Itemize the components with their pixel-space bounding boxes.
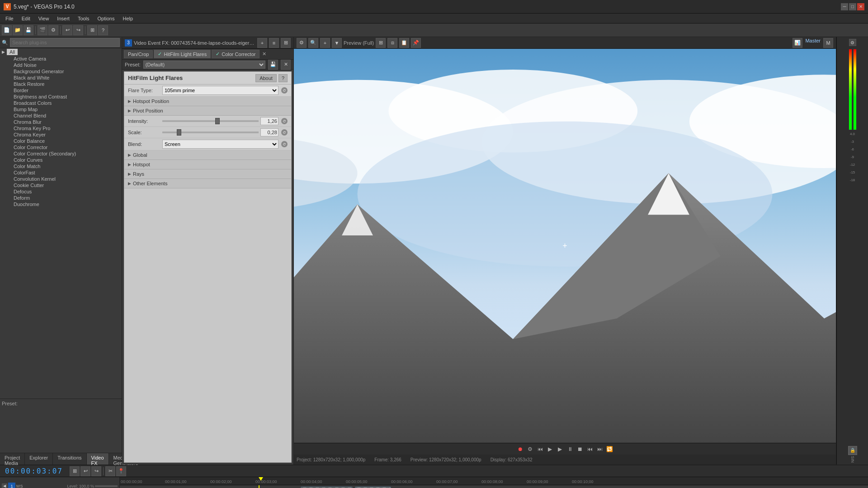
scale-value[interactable]: 0,28: [260, 128, 278, 136]
plugin-channel-blend[interactable]: Channel Blend: [0, 113, 122, 119]
snap-button[interactable]: ⊞: [87, 25, 97, 35]
help-button[interactable]: ?: [98, 25, 108, 35]
preview-stop-button[interactable]: ⏹: [576, 445, 584, 453]
preset-close-button[interactable]: ✕: [281, 60, 291, 70]
fx-tab-hitfilm[interactable]: ✓ HitFilm Light Flares: [154, 50, 211, 58]
timeline-snip-button[interactable]: ✂: [105, 466, 115, 476]
menu-help[interactable]: Help: [119, 15, 137, 22]
plugin-border[interactable]: Border: [0, 87, 122, 94]
open-button[interactable]: 📁: [13, 25, 23, 35]
intensity-value[interactable]: 1,26: [260, 117, 278, 125]
fx-tab-color-corrector[interactable]: ✓ Color Corrector: [212, 50, 259, 58]
menu-tools[interactable]: Tools: [74, 15, 93, 22]
hotspot-header[interactable]: ▶ Hotspot: [124, 160, 291, 169]
plugin-convolution-kernel[interactable]: Convolution Kernel: [0, 176, 122, 182]
preview-settings2-icon[interactable]: ⚙: [526, 445, 534, 453]
menu-file[interactable]: File: [2, 15, 17, 22]
plugin-duochrome[interactable]: Duochrome: [0, 201, 122, 207]
fx-tab-close-icon[interactable]: ✕: [260, 51, 268, 57]
track-1-solo-button[interactable]: S: [20, 484, 23, 488]
global-header[interactable]: ▶ Global: [124, 150, 291, 160]
hitfilm-help-button[interactable]: ?: [278, 74, 288, 82]
preview-pause-button[interactable]: ⏸: [566, 445, 574, 453]
preview-goto-start-button[interactable]: ⏮: [536, 445, 544, 453]
plugin-deform[interactable]: Deform: [0, 195, 122, 201]
intensity-slider[interactable]: [162, 120, 259, 122]
blend-select[interactable]: Screen: [162, 140, 278, 149]
all-label[interactable]: All: [7, 49, 18, 55]
timeline-tracks[interactable]: 00:00:00;00 00:00:01;00 00:00:02;00 00:0…: [120, 477, 868, 488]
menu-options[interactable]: Options: [94, 15, 118, 22]
preview-m-button[interactable]: M: [823, 38, 833, 48]
menu-edit[interactable]: Edit: [18, 15, 34, 22]
fx-grid-button[interactable]: ⊞: [281, 38, 291, 48]
search-input[interactable]: [10, 38, 120, 47]
preview-play-button[interactable]: ▶: [546, 445, 554, 453]
plugin-broadcast-colors[interactable]: Broadcast Colors: [0, 100, 122, 106]
right-settings-button[interactable]: ⚙: [849, 39, 856, 46]
plugin-color-match[interactable]: Color Match: [0, 163, 122, 169]
track-1-expand-icon[interactable]: ◀: [2, 483, 7, 488]
preview-zoom-in-button[interactable]: 🔍: [308, 38, 318, 48]
plugin-chroma-key-pro[interactable]: Chroma Key Pro: [0, 125, 122, 131]
hotspot-position-header[interactable]: ▶ Hotspot Position: [124, 97, 291, 106]
timeline-btn1[interactable]: ⊞: [70, 466, 80, 476]
plugin-chroma-keyer[interactable]: Chroma Keyer: [0, 131, 122, 138]
preset-save-button[interactable]: 💾: [268, 60, 278, 70]
preview-split-button[interactable]: ⧈: [387, 38, 397, 48]
fx-list-button[interactable]: ≡: [269, 38, 279, 48]
plugin-chroma-blur[interactable]: Chroma Blur: [0, 119, 122, 125]
close-button[interactable]: ✕: [857, 3, 864, 10]
timeline-btn2[interactable]: ↩: [80, 466, 90, 476]
preview-grid-button[interactable]: ⊞: [376, 38, 386, 48]
plugin-color-balance[interactable]: Color Balance: [0, 138, 122, 144]
plugin-bump-map[interactable]: Bump Map: [0, 106, 122, 113]
maximize-button[interactable]: □: [849, 3, 856, 10]
render-button[interactable]: 🎬: [38, 25, 47, 35]
preview-paste-button[interactable]: 📌: [411, 38, 421, 48]
timeline-marker-button[interactable]: 📍: [116, 466, 126, 476]
blend-keyframe-icon[interactable]: ⏱: [281, 141, 288, 147]
scale-slider[interactable]: [162, 131, 259, 133]
preview-dropdown-button[interactable]: ▼: [332, 38, 342, 48]
plugin-colorfast[interactable]: ColorFast: [0, 169, 122, 176]
hitfilm-about-button[interactable]: About: [255, 74, 277, 82]
plugin-black-white[interactable]: Black and White: [0, 75, 122, 81]
flare-type-select[interactable]: 105mm prime: [162, 86, 278, 95]
preview-video[interactable]: +: [294, 49, 836, 443]
preview-loop-button[interactable]: 🔁: [606, 445, 614, 453]
tab-explorer[interactable]: Explorer: [25, 453, 53, 465]
preview-copy-button[interactable]: 📋: [399, 38, 409, 48]
redo-button[interactable]: ↪: [73, 25, 83, 35]
preset-select[interactable]: (Default): [143, 61, 265, 69]
timeline-btn3[interactable]: ↪: [91, 466, 101, 476]
preview-record-button[interactable]: ⏺: [516, 445, 524, 453]
tab-project-media[interactable]: Project Media: [0, 453, 25, 465]
save-button[interactable]: 💾: [24, 25, 33, 35]
new-button[interactable]: 📄: [2, 25, 12, 35]
minimize-button[interactable]: ─: [841, 3, 848, 10]
plugin-color-corrector-secondary[interactable]: Color Corrector (Secondary): [0, 150, 122, 157]
undo-button[interactable]: ↩: [62, 25, 72, 35]
fx-add-button[interactable]: +: [257, 38, 267, 48]
window-controls[interactable]: ─ □ ✕: [841, 3, 864, 10]
plugin-background-generator[interactable]: Background Generator: [0, 68, 122, 75]
fx-tab-pan-crop[interactable]: Pan/Crop: [124, 50, 153, 58]
plugin-parent-all[interactable]: ▶ All: [0, 48, 122, 56]
tab-transitions[interactable]: Transitions: [53, 453, 86, 465]
menu-insert[interactable]: Insert: [53, 15, 73, 22]
plugin-black-restore[interactable]: Black Restore: [0, 81, 122, 87]
rays-header[interactable]: ▶ Rays: [124, 169, 291, 178]
tab-video-fx[interactable]: Video FX: [87, 453, 109, 465]
other-elements-header[interactable]: ▶ Other Elements: [124, 179, 291, 188]
preview-add-button[interactable]: +: [320, 38, 330, 48]
plugin-add-noise[interactable]: Add Noise: [0, 62, 122, 68]
track-1-level-slider[interactable]: [95, 485, 118, 487]
intensity-keyframe-icon[interactable]: ⏱: [281, 118, 288, 124]
preview-waveform-button[interactable]: 📊: [793, 38, 802, 48]
preview-next-frame-button[interactable]: ⏭: [596, 445, 604, 453]
plugin-active-camera[interactable]: Active Camera: [0, 56, 122, 62]
properties-button[interactable]: ⚙: [48, 25, 58, 35]
plugin-color-curves[interactable]: Color Curves: [0, 157, 122, 163]
scale-keyframe-icon[interactable]: ⏱: [281, 129, 288, 136]
